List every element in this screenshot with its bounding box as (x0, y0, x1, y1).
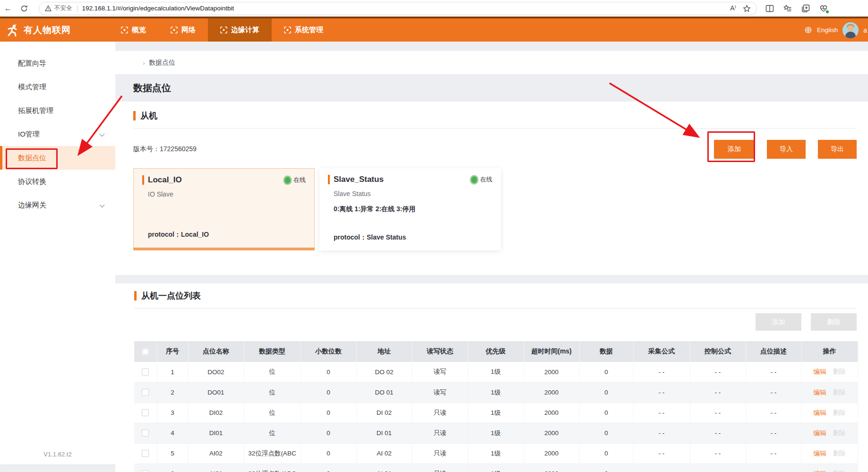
row-checkbox[interactable] (142, 470, 149, 472)
sidebar: 配置向导 模式管理 拓展机管理 IO管理 数据点位 协议转换 边缘网关 V1.1… (0, 42, 115, 464)
edit-link[interactable]: 编辑 (814, 409, 826, 416)
column-header: 地址 (356, 341, 412, 362)
site-security[interactable]: 不安全 (45, 4, 72, 12)
cell-collect: - - (633, 443, 690, 463)
cell-control: - - (690, 403, 746, 423)
cell-addr: DO 01 (356, 382, 412, 403)
cell-priority: 1级 (468, 382, 524, 403)
cell-decimals: 0 (301, 382, 356, 403)
divider (77, 5, 77, 12)
row-checkbox[interactable] (142, 389, 149, 396)
tab-network[interactable]: 网络 (158, 18, 208, 42)
breadcrumb: › 数据点位 (115, 51, 868, 74)
cell-no: 5 (157, 443, 188, 463)
cell-name: AI01 (188, 463, 244, 472)
sidebar-item-io-management[interactable]: IO管理 (0, 122, 115, 146)
split-screen-icon[interactable] (765, 4, 774, 13)
row-checkbox[interactable] (142, 429, 149, 437)
favorite-star-icon[interactable] (743, 4, 751, 12)
slave-section-title: 从机 (140, 110, 157, 121)
add-slave-button[interactable]: 添加 (714, 140, 755, 159)
cell-type: 位 (244, 423, 301, 443)
row-checkbox[interactable] (142, 409, 149, 416)
brand: 有人物联网 (0, 18, 109, 42)
refresh-icon[interactable] (16, 4, 32, 13)
column-header: 小数位数 (301, 341, 356, 362)
cell-desc: - - (746, 362, 801, 382)
points-section-title: 从机一点位列表 (141, 290, 201, 301)
edit-link[interactable]: 编辑 (814, 450, 826, 457)
delete-point-button[interactable]: 删除 (811, 313, 857, 331)
cell-type: 位 (244, 382, 301, 403)
cell-timeout: 2000 (524, 382, 579, 403)
cell-priority: 1级 (468, 423, 524, 443)
divider (134, 308, 857, 309)
column-header: 优先级 (468, 341, 524, 362)
slave-name: Slave_Status (334, 175, 384, 184)
cell-rw: 读写 (412, 382, 468, 403)
language-switch[interactable]: English (817, 26, 838, 34)
back-icon[interactable]: ← (0, 4, 16, 13)
cell-name: AI02 (188, 443, 244, 463)
row-checkbox[interactable] (142, 369, 149, 376)
cell-control: - - (690, 423, 746, 443)
section-accent-bar (133, 111, 136, 120)
select-all-checkbox[interactable] (142, 348, 149, 355)
column-header: 点位描述 (746, 341, 801, 362)
cell-data: 0 (579, 403, 633, 423)
tab-edge-computing[interactable]: 边缘计算 (208, 18, 272, 42)
cell-no: 6 (157, 463, 188, 472)
cell-collect: - - (633, 403, 690, 423)
cell-operations: 编辑删除 (801, 382, 858, 403)
sidebar-item-mode-management[interactable]: 模式管理 (0, 75, 115, 99)
edit-link[interactable]: 编辑 (814, 470, 826, 472)
status-label: 在线 (293, 176, 306, 184)
cell-no: 4 (157, 423, 188, 443)
collections-icon[interactable] (783, 4, 792, 13)
sidebar-item-config-wizard[interactable]: 配置向导 (0, 51, 115, 75)
cell-type: 位 (244, 362, 301, 382)
sidebar-item-expansion-management[interactable]: 拓展机管理 (0, 99, 115, 122)
sidebar-item-data-points[interactable]: 数据点位 (0, 146, 115, 170)
url-text[interactable]: 192.168.1.1/#/origin/edgecalculation/Vie… (82, 5, 730, 12)
column-header: 采集公式 (633, 341, 690, 362)
status-label: 在线 (480, 175, 492, 184)
cell-addr: DI 02 (356, 403, 412, 423)
cell-collect: - - (633, 382, 690, 403)
export-button[interactable]: 导出 (818, 140, 857, 159)
slave-card-slave-status[interactable]: Slave_Status 在线 Slave Status 0:离线 1:异常 2… (319, 168, 501, 250)
cell-collect: - - (633, 423, 690, 443)
address-bar[interactable]: 不安全 192.168.1.1/#/origin/edgecalculation… (39, 2, 757, 15)
cell-decimals: 0 (301, 362, 356, 382)
browser-essentials-icon[interactable] (819, 4, 828, 13)
column-header: 操作 (801, 341, 858, 362)
edit-link[interactable]: 编辑 (814, 389, 826, 396)
cell-name: DO01 (188, 382, 244, 403)
tab-system-management[interactable]: 系统管理 (272, 18, 335, 42)
version-value: 1722560259 (160, 145, 197, 153)
delete-link: 删除 (833, 409, 846, 416)
row-checkbox[interactable] (142, 450, 149, 457)
tab-groups-icon[interactable] (801, 4, 810, 13)
add-point-button[interactable]: 添加 (756, 313, 801, 331)
cell-timeout: 2000 (524, 362, 579, 382)
cell-name: DI02 (188, 403, 244, 423)
cell-priority: 1级 (468, 463, 524, 472)
cell-addr: AI 02 (356, 443, 412, 463)
avatar[interactable] (842, 22, 859, 38)
sidebar-item-edge-gateway[interactable]: 边缘网关 (0, 193, 115, 217)
main-content: › 数据点位 数据点位 从机 版本号：1722560259 添加 导入 导出 (115, 42, 868, 472)
read-aloud-icon[interactable]: A⁾ (730, 4, 736, 12)
cell-data: 0 (579, 443, 633, 463)
edit-link[interactable]: 编辑 (814, 368, 826, 375)
slave-card-local-io[interactable]: Local_IO 在线 IO Slave protocol：Local_IO (133, 168, 315, 250)
delete-link: 删除 (833, 450, 846, 457)
sidebar-item-label: IO管理 (18, 130, 40, 139)
import-button[interactable]: 导入 (767, 140, 806, 159)
cell-no: 3 (157, 403, 188, 423)
sidebar-item-protocol-conversion[interactable]: 协议转换 (0, 170, 115, 193)
edit-link[interactable]: 编辑 (814, 429, 826, 437)
tab-overview[interactable]: 概览 (109, 18, 158, 42)
breadcrumb-item[interactable]: 数据点位 (149, 59, 175, 67)
status-legend: 0:离线 1:异常 2:在线 3:停用 (328, 205, 492, 214)
